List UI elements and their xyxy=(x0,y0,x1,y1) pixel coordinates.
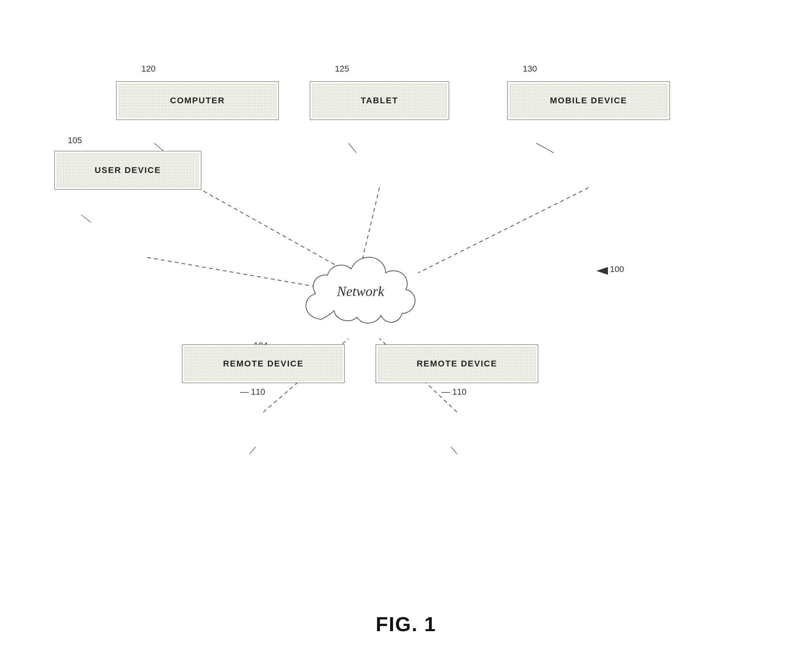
line-user-network xyxy=(147,257,325,288)
ref-125: 125 xyxy=(335,64,349,74)
network-text: Network xyxy=(336,284,385,299)
remote-device-2-label: REMOTE DEVICE xyxy=(417,359,497,369)
ref-110-right: — 110 xyxy=(441,387,467,397)
arrow-100 xyxy=(596,267,608,275)
ref-100-text: 100 xyxy=(610,264,624,274)
diagram-container: Network 104 100 120 125 130 105 COMPUTER… xyxy=(31,31,782,592)
tablet-box: TABLET xyxy=(310,81,449,120)
tablet-label: TABLET xyxy=(361,96,398,106)
ref-105: 105 xyxy=(68,135,82,145)
line-computer-network xyxy=(197,188,356,277)
remote-device-1-box: REMOTE DEVICE xyxy=(182,344,345,383)
user-device-box: USER DEVICE xyxy=(54,151,201,190)
ref-line-110-right xyxy=(451,447,457,454)
user-device-label: USER DEVICE xyxy=(94,165,161,175)
line-mobile-network xyxy=(418,188,589,273)
mobile-device-box: MOBILE DEVICE xyxy=(507,81,670,120)
computer-box: COMPUTER xyxy=(116,81,279,120)
remote-device-2-box: REMOTE DEVICE xyxy=(376,344,538,383)
network-cloud xyxy=(306,257,415,323)
ref-130: 130 xyxy=(523,64,537,74)
ref-line-125 xyxy=(348,143,356,153)
ref-line-110-left xyxy=(250,447,256,454)
ref-line-130 xyxy=(536,143,554,153)
ref-line-105 xyxy=(81,215,91,223)
ref-120: 120 xyxy=(141,64,156,74)
mobile-device-label: MOBILE DEVICE xyxy=(550,96,627,106)
line-tablet-network xyxy=(360,188,379,269)
computer-label: COMPUTER xyxy=(170,96,225,106)
ref-110-left: — 110 xyxy=(240,387,265,397)
figure-label: FIG. 1 xyxy=(376,613,436,636)
remote-device-1-label: REMOTE DEVICE xyxy=(223,359,304,369)
